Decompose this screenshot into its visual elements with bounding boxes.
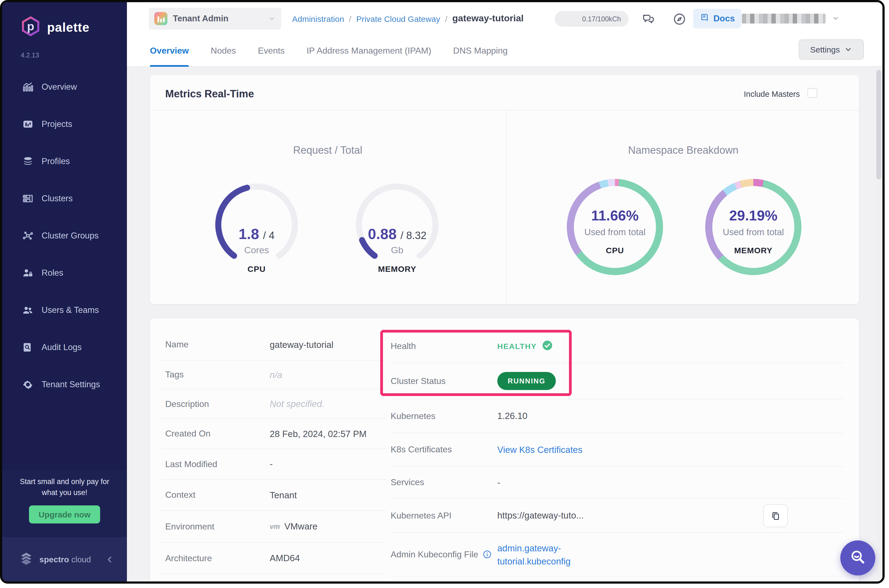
detail-value: AMD64 [270,553,300,563]
svg-text:p: p [27,20,34,33]
detail-label: Tags [161,370,270,380]
workspace-selector[interactable]: Tenant Admin [149,8,281,30]
sidebar-item-cluster-groups[interactable]: Cluster Groups [2,217,127,254]
cpu-gauge [202,176,311,274]
detail-row-kubernetes-api: Kubernetes APIhttps://gateway-tuto... [390,499,844,533]
app-version: 4.2.13 [2,39,127,59]
cpu-used-subtitle: Used from total [567,227,663,237]
collapse-sidebar-icon[interactable] [105,554,115,564]
sidebar-item-roles[interactable]: Roles [2,254,127,291]
search-fab-button[interactable] [840,540,875,575]
details-right-column: HealthHEALTHYCluster StatusRUNNINGKubern… [390,329,844,584]
audit-logs-icon [22,341,34,353]
detail-row-health: HealthHEALTHY [390,329,844,363]
detail-label: Services [390,477,497,488]
scrollbar-thumb[interactable] [876,70,881,179]
sidebar-item-label: Cluster Groups [42,231,99,241]
kubeconfig-link[interactable]: admin.gateway-tutorial.kubeconfig [497,541,571,567]
cpu-namespace-donut: 11.66% Used from total CPU [567,179,663,275]
breadcrumb-administration[interactable]: Administration [292,14,344,23]
detail-row-name: Namegateway-tutorial [161,329,386,360]
detail-row-last-modified: Last Modified- [161,449,386,480]
detail-label: Description [161,399,270,409]
detail-label: Kubernetes API [390,511,497,520]
cpu-donut-label: CPU [567,246,663,255]
detail-row-tags: Tagsn/a [161,360,386,390]
memory-donut-label: MEMORY [705,246,802,255]
docs-button[interactable]: Docs [693,9,741,28]
health-status: HEALTHY [497,339,553,352]
detail-label: K8s Certificates [390,445,497,454]
detail-value-partial: 1.0.5/... [497,582,527,584]
users-teams-icon [22,304,34,316]
palette-logo-icon: p [20,15,42,39]
detail-link[interactable]: View K8s Certificates [497,444,583,455]
top-header: Tenant Admin Administration / Private Cl… [127,2,882,35]
memory-gauge-unit: Gb [391,245,403,256]
sidebar-item-tenant-settings[interactable]: Tenant Settings [2,366,127,403]
book-icon [700,13,710,25]
roles-icon [22,267,34,279]
profiles-icon [22,155,34,167]
upgrade-now-button[interactable]: Upgrade now [29,506,100,524]
promo-text: Start small and only pay for what you us… [17,476,113,498]
detail-value: Not specified. [270,399,324,409]
breadcrumb-current: gateway-tutorial [452,13,524,24]
search-smile-icon [848,548,867,568]
detail-value: gateway-tutorial [270,339,333,350]
sidebar-item-label: Tenant Settings [42,380,100,390]
sidebar-footer: spectro cloud [2,537,127,581]
detail-label: Environment [161,522,270,531]
info-icon[interactable] [482,550,492,559]
sidebar-item-clusters[interactable]: Clusters [2,180,127,217]
sidebar-item-overview[interactable]: Overview [2,68,127,106]
memory-gauge [342,176,452,274]
brand-name: palette [47,20,89,35]
detail-row-environment: EnvironmentvmVMware [161,511,386,543]
settings-button[interactable]: Settings [799,39,864,60]
detail-row-clipped: 1.0.5/... [390,576,844,584]
memory-used-subtitle: Used from total [705,227,802,237]
sidebar-nav: OverviewProjectsProfilesClustersCluster … [2,68,127,403]
detail-row-kubernetes: Kubernetes1.26.10 [390,399,844,433]
tab-nodes[interactable]: Nodes [211,35,236,67]
tab-overview[interactable]: Overview [150,35,189,67]
tab-dns-mapping[interactable]: DNS Mapping [453,35,508,67]
clusters-icon [22,192,34,205]
sidebar-item-profiles[interactable]: Profiles [2,143,127,180]
user-menu-chevron-icon[interactable] [832,14,840,22]
sidebar-item-label: Clusters [42,194,73,204]
sidebar-item-projects[interactable]: Projects [2,106,127,143]
include-masters-checkbox[interactable] [808,88,817,98]
details-left-column: Namegateway-tutorialTagsn/aDescriptionNo… [161,329,386,574]
tab-ip-address-management-ipam[interactable]: IP Address Management (IPAM) [306,35,431,67]
cluster-details-card: Namegateway-tutorialTagsn/aDescriptionNo… [150,318,859,584]
tab-events[interactable]: Events [258,35,285,67]
copy-icon[interactable] [763,504,788,527]
compass-icon[interactable] [671,11,688,27]
user-name-redacted[interactable] [742,14,826,24]
sidebar-item-label: Roles [42,268,63,278]
memory-gauge-label: MEMORY [378,264,416,273]
sidebar-item-audit-logs[interactable]: Audit Logs [2,329,127,366]
detail-row-architecture: ArchitectureAMD64 [161,543,386,574]
detail-value: 1.26.10 [497,411,527,421]
charts-area: Request / Total Namespace Breakdown 1.8/… [150,110,859,304]
detail-label: Context [161,490,270,500]
detail-value: Tenant [270,490,297,500]
sidebar-item-users-teams[interactable]: Users & Teams [2,291,127,329]
footer-brand: spectro cloud [39,555,91,564]
cpu-gauge-label: CPU [248,264,266,273]
breadcrumb-separator: / [445,14,447,23]
detail-label: Last Modified [161,459,270,469]
request-total-title: Request / Total [293,144,362,156]
breadcrumb-private-cloud-gateway[interactable]: Private Cloud Gateway [356,14,440,23]
usage-quota-badge: 0.17/100kCh [555,11,629,27]
status-badge: RUNNING [497,372,556,390]
detail-label: Name [161,340,270,350]
spectro-cloud-logo-icon [19,550,34,568]
detail-row-context: ContextTenant [161,480,386,511]
detail-value: vmVMware [270,521,318,532]
workspace-name: Tenant Admin [173,14,228,24]
chat-icon[interactable] [640,11,656,27]
